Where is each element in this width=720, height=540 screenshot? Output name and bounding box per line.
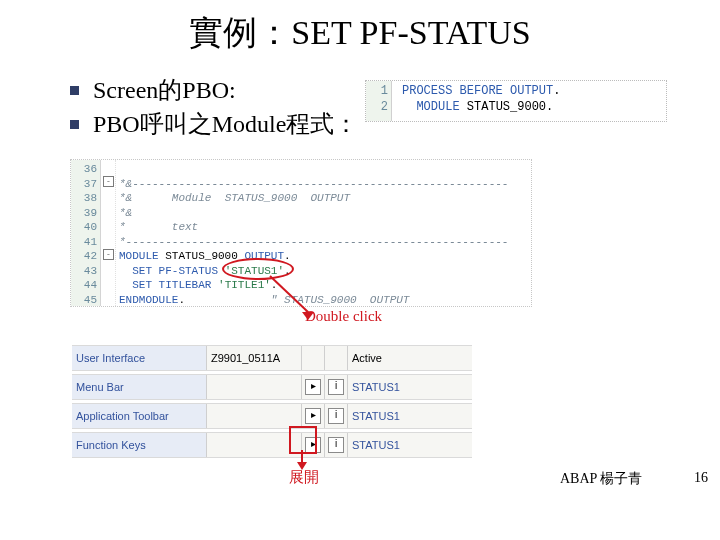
info-icon[interactable]: i xyxy=(328,437,344,453)
code-kw: MODULE xyxy=(416,100,459,114)
code-cmt: *& Module xyxy=(119,192,225,204)
fold-minus-icon[interactable]: - xyxy=(103,249,114,260)
row-icon[interactable]: ▸ xyxy=(302,404,325,428)
code-cmt: STATUS_9000 xyxy=(225,192,298,204)
code-cmt: *& xyxy=(119,207,132,219)
code-text: . xyxy=(284,250,291,262)
pbo-code-box: 1 2 PROCESS BEFORE OUTPUT. MODULE STATUS… xyxy=(365,80,667,122)
svg-line-0 xyxy=(270,276,308,312)
code-text: STATUS_9000 xyxy=(159,250,245,262)
info-icon[interactable]: i xyxy=(328,379,344,395)
code-area: PROCESS BEFORE OUTPUT. MODULE STATUS_900… xyxy=(402,83,560,115)
fold-column: - - xyxy=(101,160,116,306)
bullet-text: Screen的PBO: xyxy=(93,74,236,106)
code-line: MODULE STATUS_9000. xyxy=(402,99,560,115)
code-kw: SET TITLEBAR xyxy=(132,279,218,291)
fold-minus-icon[interactable]: - xyxy=(103,176,114,187)
code-kw: MODULE xyxy=(119,250,159,262)
row-val1 xyxy=(207,404,302,428)
code-cmt: * text xyxy=(119,221,198,233)
row-label: Function Keys xyxy=(72,433,207,457)
table-row: Application Toolbar ▸ i STATUS1 xyxy=(72,403,472,429)
row-icon[interactable]: ▸ xyxy=(302,375,325,399)
gutter-line: 36 xyxy=(71,162,97,177)
gutter-line: 1 xyxy=(366,83,388,99)
row-icon xyxy=(302,346,325,370)
gutter-line: 2 xyxy=(366,99,388,115)
annotation-double-click: Double click xyxy=(305,308,382,325)
row-val2: Active xyxy=(348,346,472,370)
expand-icon[interactable]: ▸ xyxy=(305,408,321,424)
expand-icon[interactable]: ▸ xyxy=(305,379,321,395)
bullet-text: PBO呼叫之Module程式： xyxy=(93,108,358,140)
row-icon[interactable]: i xyxy=(325,375,348,399)
row-label: Application Toolbar xyxy=(72,404,207,428)
row-icon xyxy=(325,346,348,370)
gutter-line: 40 xyxy=(71,220,97,235)
row-icon[interactable]: i xyxy=(325,404,348,428)
code-cmt: OUTPUT xyxy=(297,192,350,204)
status-table: User Interface Z9901_0511A Active Menu B… xyxy=(72,345,472,458)
bullet-square-icon xyxy=(70,86,79,95)
gutter-line: 43 xyxy=(71,264,97,279)
info-icon[interactable]: i xyxy=(328,408,344,424)
footer-author: ABAP 楊子青 xyxy=(560,470,642,488)
gutter-line: 39 xyxy=(71,206,97,221)
code-line: PROCESS BEFORE OUTPUT. xyxy=(402,83,560,99)
row-val1 xyxy=(207,375,302,399)
gutter-line: 44 xyxy=(71,278,97,293)
gutter-line: 41 xyxy=(71,235,97,250)
code-text: . xyxy=(553,84,560,98)
slide-title: 實例：SET PF-STATUS xyxy=(0,10,720,56)
row-val1 xyxy=(207,433,302,457)
table-row: Function Keys ▸ i STATUS1 xyxy=(72,432,472,458)
gutter-line: 38 xyxy=(71,191,97,206)
row-val2: STATUS1 xyxy=(348,375,472,399)
annotation-expand: 展開 xyxy=(289,468,319,487)
bullet-square-icon xyxy=(70,120,79,129)
code-gutter: 36 37 38 39 40 41 42 43 44 45 xyxy=(71,160,101,306)
code-gutter: 1 2 xyxy=(366,81,392,121)
row-val2: STATUS1 xyxy=(348,404,472,428)
table-row: User Interface Z9901_0511A Active xyxy=(72,345,472,371)
code-kw: SET PF-STATUS xyxy=(132,265,224,277)
gutter-line: 45 xyxy=(71,293,97,308)
gutter-line: 37 xyxy=(71,177,97,192)
code-cmt: *&--------------------------------------… xyxy=(119,178,508,190)
row-icon[interactable]: i xyxy=(325,433,348,457)
row-label: Menu Bar xyxy=(72,375,207,399)
code-kw: ENDMODULE xyxy=(119,294,178,306)
code-text: STATUS_9000. xyxy=(467,100,553,114)
row-label: User Interface xyxy=(72,346,207,370)
row-val2: STATUS1 xyxy=(348,433,472,457)
code-kw: PROCESS BEFORE OUTPUT xyxy=(402,84,553,98)
table-row: Menu Bar ▸ i STATUS1 xyxy=(72,374,472,400)
code-cmt: *---------------------------------------… xyxy=(119,236,508,248)
footer-page-number: 16 xyxy=(694,470,708,486)
gutter-line: 42 xyxy=(71,249,97,264)
row-val1: Z9901_0511A xyxy=(207,346,302,370)
